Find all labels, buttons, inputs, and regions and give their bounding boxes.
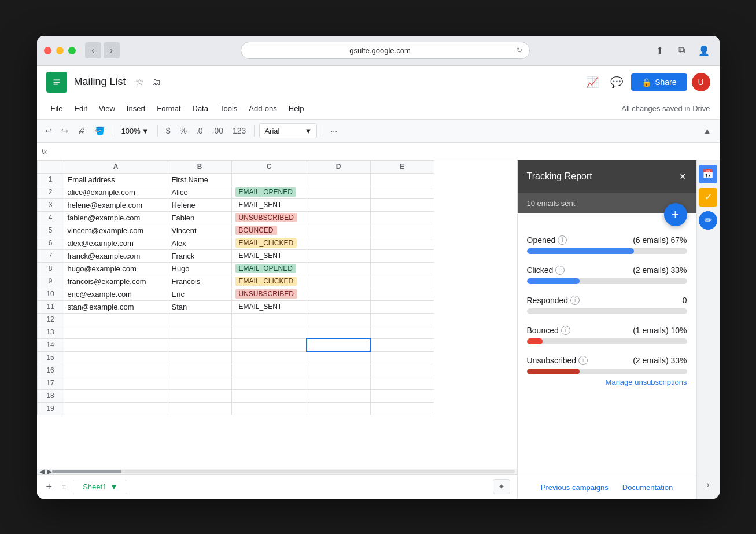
cell-d[interactable] <box>307 326 370 338</box>
col-header-c[interactable]: C <box>231 160 307 173</box>
fab-add-button[interactable]: + <box>664 203 687 226</box>
avatar[interactable]: U <box>692 73 710 91</box>
cell-d[interactable] <box>307 288 370 300</box>
sheet-table-container[interactable]: A B C D E 1Email addressFirst Name2alice… <box>37 160 517 469</box>
cell-e[interactable] <box>370 211 434 224</box>
cell-status[interactable] <box>231 351 307 364</box>
cell-e[interactable] <box>370 249 434 262</box>
dec-increase-button[interactable]: .0 <box>193 123 206 139</box>
cell-email[interactable]: franck@example.com <box>64 249 168 262</box>
col-header-d[interactable]: D <box>307 160 370 173</box>
documentation-link[interactable]: Documentation <box>622 483 673 492</box>
add-sheet-button[interactable]: + <box>44 478 55 495</box>
print-button[interactable]: 🖨 <box>74 123 89 139</box>
col-header-a[interactable]: A <box>64 160 168 173</box>
cell-firstname[interactable]: Stan <box>168 300 231 313</box>
cell-e[interactable] <box>370 275 434 288</box>
cell-d[interactable] <box>307 338 370 351</box>
cell-e[interactable] <box>370 186 434 198</box>
cell-d[interactable] <box>307 377 370 389</box>
cell-e[interactable] <box>370 389 434 402</box>
cell-email[interactable]: alex@example.com <box>64 237 168 249</box>
cell-firstname[interactable]: Alex <box>168 237 231 249</box>
cell-status[interactable] <box>231 313 307 326</box>
url-bar[interactable]: gsuite.google.com ↻ <box>241 42 530 59</box>
cell-firstname[interactable] <box>168 351 231 364</box>
cell-e[interactable] <box>370 326 434 338</box>
cell-status[interactable] <box>231 377 307 389</box>
cell-email[interactable] <box>64 389 168 402</box>
cell-d[interactable] <box>307 173 370 186</box>
manage-unsubscriptions-link[interactable]: Manage unsubscriptions <box>606 378 687 386</box>
cell-email[interactable]: fabien@example.com <box>64 211 168 224</box>
cell-d[interactable] <box>307 313 370 326</box>
cell-email[interactable] <box>64 313 168 326</box>
cell-d[interactable] <box>307 186 370 198</box>
cell-firstname[interactable] <box>168 326 231 338</box>
cell-e[interactable] <box>370 364 434 377</box>
calendar-addon-icon[interactable]: 📅 <box>699 165 717 183</box>
cell-d[interactable] <box>307 402 370 415</box>
cell-e[interactable] <box>370 313 434 326</box>
minimize-button[interactable] <box>56 47 64 54</box>
cell-e[interactable] <box>370 262 434 275</box>
menu-edit[interactable]: Edit <box>69 102 91 115</box>
cell-firstname[interactable]: Helene <box>168 198 231 211</box>
cell-firstname[interactable]: Alice <box>168 186 231 198</box>
tasks-addon-icon[interactable]: ✓ <box>699 188 717 207</box>
cell-d[interactable] <box>307 364 370 377</box>
cell-d[interactable] <box>307 211 370 224</box>
currency-button[interactable]: $ <box>163 123 174 139</box>
cell-e[interactable] <box>370 377 434 389</box>
reload-icon[interactable]: ↻ <box>517 46 522 54</box>
number-format-button[interactable]: 123 <box>229 123 249 139</box>
cell-firstname[interactable] <box>168 313 231 326</box>
cell-status[interactable]: EMAIL_SENT <box>231 249 307 262</box>
share-button[interactable]: 🔒 Share <box>631 73 687 91</box>
horizontal-scroll[interactable]: ◀ ▶ <box>37 469 517 474</box>
menu-data[interactable]: Data <box>188 102 213 115</box>
cell-status[interactable] <box>231 338 307 351</box>
cell-email[interactable]: stan@example.com <box>64 300 168 313</box>
sheet-tab[interactable]: Sheet1 ▼ <box>73 480 127 494</box>
collapse-toolbar-button[interactable]: ▲ <box>700 123 715 139</box>
cell-status[interactable]: EMAIL_CLICKED <box>231 275 307 288</box>
menu-format[interactable]: Format <box>152 102 185 115</box>
forward-button[interactable]: › <box>104 42 120 58</box>
cell-status[interactable] <box>231 326 307 338</box>
star-icon[interactable]: ☆ <box>133 75 146 89</box>
cell-status[interactable]: EMAIL_SENT <box>231 300 307 313</box>
zoom-selector[interactable]: 100% ▼ <box>118 126 153 137</box>
bounced-info-icon[interactable]: i <box>561 326 570 335</box>
cell-status[interactable]: EMAIL_OPENED <box>231 262 307 275</box>
cell-firstname[interactable] <box>168 402 231 415</box>
previous-campaigns-link[interactable]: Previous campaigns <box>541 483 609 492</box>
cell-email[interactable]: Email address <box>64 173 168 186</box>
cell-e[interactable] <box>370 402 434 415</box>
cell-firstname[interactable]: First Name <box>168 173 231 186</box>
unsubscribed-info-icon[interactable]: i <box>578 356 588 365</box>
cell-status[interactable] <box>231 364 307 377</box>
cell-status[interactable]: EMAIL_CLICKED <box>231 237 307 249</box>
cell-email[interactable]: alice@example.com <box>64 186 168 198</box>
cell-email[interactable] <box>64 402 168 415</box>
cell-d[interactable] <box>307 351 370 364</box>
menu-file[interactable]: File <box>46 102 68 115</box>
cell-email[interactable]: eric@example.com <box>64 288 168 300</box>
cell-status[interactable]: UNSUBSCRIBED <box>231 288 307 300</box>
paint-format-button[interactable]: 🪣 <box>91 123 108 139</box>
redo-button[interactable]: ↪ <box>58 123 72 139</box>
menu-tools[interactable]: Tools <box>215 102 242 115</box>
sheet-menu-button[interactable]: ≡ <box>59 480 68 494</box>
undo-button[interactable]: ↩ <box>42 123 56 139</box>
cell-status[interactable]: EMAIL_SENT <box>231 198 307 211</box>
more-options-button[interactable]: ··· <box>327 123 341 139</box>
cell-e[interactable] <box>370 198 434 211</box>
cell-d[interactable] <box>307 262 370 275</box>
cell-email[interactable]: francois@example.com <box>64 275 168 288</box>
cell-e[interactable] <box>370 351 434 364</box>
cell-email[interactable]: vincent@example.com <box>64 224 168 237</box>
maximize-button[interactable] <box>68 47 76 54</box>
cell-d[interactable] <box>307 224 370 237</box>
expand-panel-icon[interactable]: › <box>699 476 717 494</box>
